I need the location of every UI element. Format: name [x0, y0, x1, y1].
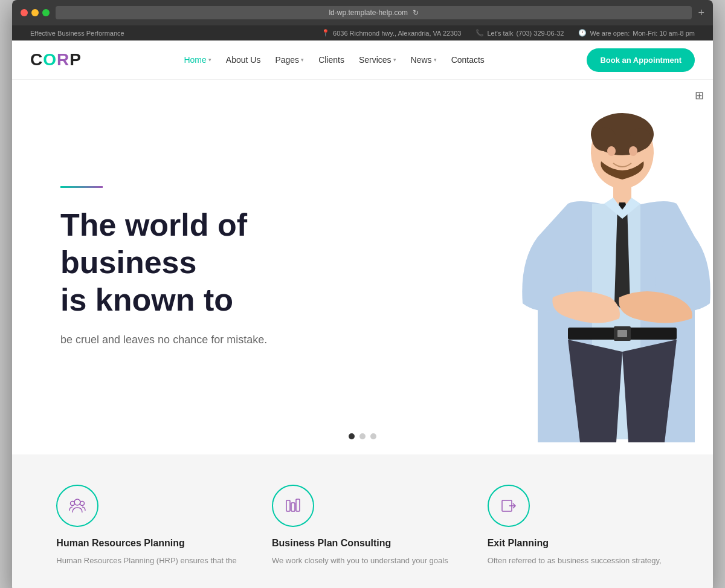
service-icon-exit: [488, 485, 530, 527]
browser-window: ld-wp.template-help.com ↻ + Effective Bu…: [12, 0, 713, 588]
url-text: ld-wp.template-help.com: [329, 8, 408, 17]
service-card-2: Business Plan Consulting We work closely…: [272, 485, 453, 567]
grid-icon[interactable]: ⊞: [695, 89, 704, 102]
slider-dots: [349, 433, 376, 439]
exit-icon: [500, 497, 518, 515]
svg-point-13: [80, 502, 85, 506]
nav-pages[interactable]: Pages ▾: [275, 55, 304, 65]
consulting-icon: [284, 497, 302, 515]
nav-services-arrow: ▾: [393, 57, 396, 63]
close-dot[interactable]: [21, 9, 28, 16]
svg-point-4: [607, 146, 616, 156]
service-title-2: Business Plan Consulting: [272, 538, 391, 549]
service-title-1: Human Resources Planning: [56, 538, 185, 549]
person-illustration: [459, 92, 713, 454]
top-bar-tagline: Effective Business Performance: [30, 30, 124, 37]
hero-section: The world of business is known to be cru…: [12, 80, 713, 454]
top-bar-phone[interactable]: 📞 Let's talk (703) 329-06-32: [475, 29, 564, 37]
phone-icon: 📞: [475, 29, 484, 37]
hero-title: The world of business is known to: [60, 206, 375, 319]
nav-about-label: About Us: [226, 55, 261, 65]
browser-chrome: ld-wp.template-help.com ↻ +: [12, 0, 713, 25]
service-card-1: Human Resources Planning Human Resources…: [56, 485, 237, 567]
svg-point-12: [71, 502, 75, 506]
services-section: Human Resources Planning Human Resources…: [12, 454, 713, 588]
svg-point-5: [629, 146, 637, 156]
browser-dots: [21, 9, 50, 16]
logo[interactable]: CORP: [30, 50, 82, 69]
service-icon-hr: [56, 485, 98, 527]
service-card-3: Exit Planning Often referred to as busin…: [488, 485, 669, 567]
logo-o: O: [43, 50, 57, 69]
nav-pages-label: Pages: [275, 55, 299, 65]
nav-home-label: Home: [184, 55, 206, 65]
slider-dot-1[interactable]: [349, 433, 355, 439]
url-bar[interactable]: ld-wp.template-help.com ↻: [56, 6, 692, 19]
top-bar-hours: 🕐 We are open: Mon-Fri: 10 am-8 pm: [578, 29, 695, 37]
svg-point-11: [74, 499, 80, 505]
nav-contacts-label: Contacts: [451, 55, 485, 65]
reload-icon[interactable]: ↻: [413, 8, 419, 17]
service-title-3: Exit Planning: [488, 538, 549, 549]
nav-services-label: Services: [359, 55, 392, 65]
nav-clients-label: Clients: [318, 55, 344, 65]
top-bar: Effective Business Performance 📍 6036 Ri…: [12, 25, 713, 40]
hero-content: The world of business is known to be cru…: [12, 186, 375, 349]
nav-about[interactable]: About Us: [226, 55, 261, 65]
service-icon-consulting: [272, 485, 314, 527]
nav-news-label: News: [411, 55, 432, 65]
top-bar-info: 📍 6036 Richmond hwy., Alexandria, VA 223…: [321, 29, 695, 37]
svg-rect-15: [291, 503, 295, 511]
nav-services[interactable]: Services ▾: [359, 55, 396, 65]
book-appointment-button[interactable]: Book an Appointment: [587, 48, 695, 72]
new-tab-icon[interactable]: +: [698, 7, 704, 19]
svg-rect-16: [296, 499, 300, 511]
hero-subtitle: be cruel and leaves no chance for mistak…: [60, 331, 375, 349]
service-desc-1: Human Resources Planning (HRP) ensures t…: [56, 555, 236, 567]
slider-dot-3[interactable]: [370, 433, 376, 439]
logo-r: R: [57, 50, 69, 69]
svg-rect-14: [286, 500, 290, 511]
service-desc-3: Often referred to as business succession…: [488, 555, 662, 567]
nav-pages-arrow: ▾: [301, 57, 304, 63]
nav-home-arrow: ▾: [208, 57, 211, 63]
hr-icon: [68, 497, 86, 515]
svg-rect-10: [617, 330, 627, 337]
service-desc-2: We work closely with you to understand y…: [272, 555, 448, 567]
slider-dot-2[interactable]: [359, 433, 366, 439]
nav-contacts[interactable]: Contacts: [451, 55, 485, 65]
clock-icon: 🕐: [578, 29, 587, 37]
hero-divider: [60, 186, 103, 188]
main-nav: Home ▾ About Us Pages ▾ Clients Services…: [184, 55, 484, 65]
minimize-dot[interactable]: [31, 9, 39, 16]
nav-news[interactable]: News ▾: [411, 55, 437, 65]
nav-news-arrow: ▾: [434, 57, 437, 63]
nav-home[interactable]: Home ▾: [184, 55, 211, 65]
maximize-dot[interactable]: [42, 9, 50, 16]
main-header: CORP Home ▾ About Us Pages ▾ Clients Ser…: [12, 40, 713, 80]
top-bar-address: 📍 6036 Richmond hwy., Alexandria, VA 223…: [321, 29, 461, 37]
pin-icon: 📍: [321, 29, 330, 37]
nav-clients[interactable]: Clients: [318, 55, 344, 65]
